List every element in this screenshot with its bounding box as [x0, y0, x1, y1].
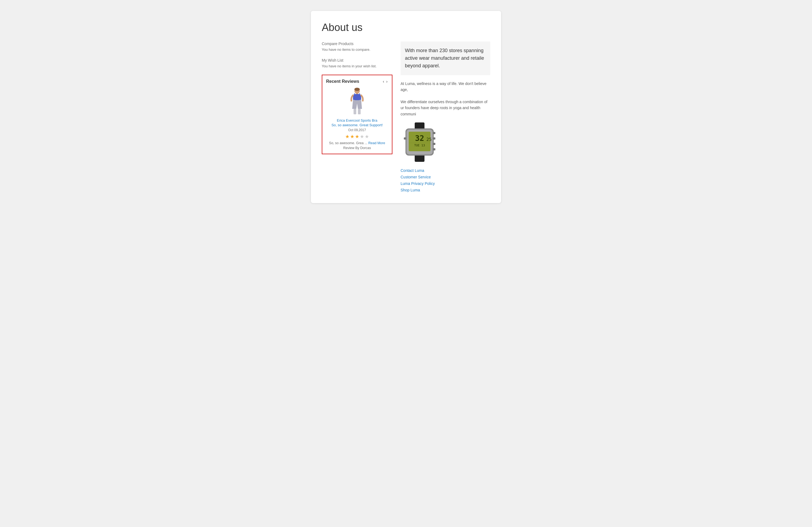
wishlist-text: You have no items in your wish list.: [322, 64, 392, 68]
recent-reviews-header: Recent Reviews ‹ ›: [326, 79, 388, 84]
svg-rect-12: [433, 137, 435, 139]
shop-luma-link[interactable]: Shop Luma: [401, 188, 490, 192]
svg-text:32: 32: [415, 134, 424, 143]
customer-service-link[interactable]: Customer Service: [401, 175, 490, 179]
review-headline-link[interactable]: So, so awesome. Great Support!: [326, 123, 388, 127]
wishlist-title: My Wish List: [322, 58, 392, 62]
star-4: ★: [360, 134, 364, 139]
star-5: ★: [365, 134, 369, 139]
svg-text:TUE 13: TUE 13: [414, 144, 425, 147]
svg-rect-15: [404, 137, 407, 139]
svg-point-1: [354, 88, 360, 91]
about-hero-text: With more than 230 stores spanning activ…: [405, 47, 486, 70]
review-by: Review By Dorcas: [326, 146, 388, 150]
compare-section: Compare Products You have no items to co…: [322, 42, 392, 51]
star-2: ★: [350, 134, 354, 139]
page-card: About us Compare Products You have no it…: [311, 11, 501, 203]
main-layout: Compare Products You have no items to co…: [322, 42, 490, 192]
svg-rect-11: [433, 132, 435, 134]
review-next-button[interactable]: ›: [386, 79, 388, 84]
read-more-link[interactable]: Read More: [368, 141, 385, 145]
sidebar: Compare Products You have no items to co…: [322, 42, 392, 192]
svg-text:25: 25: [426, 137, 432, 142]
footer-links: Contact Luma Customer Service Luma Priva…: [401, 168, 490, 192]
svg-rect-5: [353, 109, 356, 114]
compare-title: Compare Products: [322, 42, 392, 46]
review-stars: ★ ★ ★ ★ ★: [326, 134, 388, 139]
compare-text: You have no items to compare.: [322, 47, 392, 51]
wishlist-section: My Wish List You have no items in your w…: [322, 58, 392, 68]
review-date: Oct 09,2017: [326, 128, 388, 132]
recent-reviews-title: Recent Reviews: [326, 79, 359, 84]
review-product-link[interactable]: Erica Evercool Sports Bra: [326, 118, 388, 122]
watch-image-svg: 32 25 TUE 13: [401, 122, 439, 162]
review-prev-button[interactable]: ‹: [382, 79, 385, 84]
product-image-svg: [347, 87, 367, 116]
svg-rect-14: [433, 148, 435, 150]
svg-rect-13: [433, 143, 435, 145]
star-3: ★: [355, 134, 359, 139]
about-body-line1: At Luma, wellness is a way of life. We d…: [401, 81, 490, 93]
page-title: About us: [322, 22, 490, 33]
svg-rect-6: [358, 109, 361, 114]
privacy-policy-link[interactable]: Luma Privacy Policy: [401, 181, 490, 186]
about-hero-block: With more than 230 stores spanning activ…: [401, 42, 490, 75]
recent-reviews-widget: Recent Reviews ‹ ›: [322, 75, 392, 154]
review-excerpt: So, so awesome. Grea ... Read More: [326, 141, 388, 145]
contact-luma-link[interactable]: Contact Luma: [401, 168, 490, 173]
main-content: With more than 230 stores spanning activ…: [401, 42, 490, 192]
review-nav: ‹ ›: [382, 79, 388, 84]
star-1: ★: [345, 134, 349, 139]
review-product-image: [326, 87, 388, 116]
about-body-text: At Luma, wellness is a way of life. We d…: [401, 81, 490, 117]
watch-container: 32 25 TUE 13: [401, 122, 490, 163]
about-body-line2: We differentiate ourselves through a com…: [401, 99, 490, 117]
